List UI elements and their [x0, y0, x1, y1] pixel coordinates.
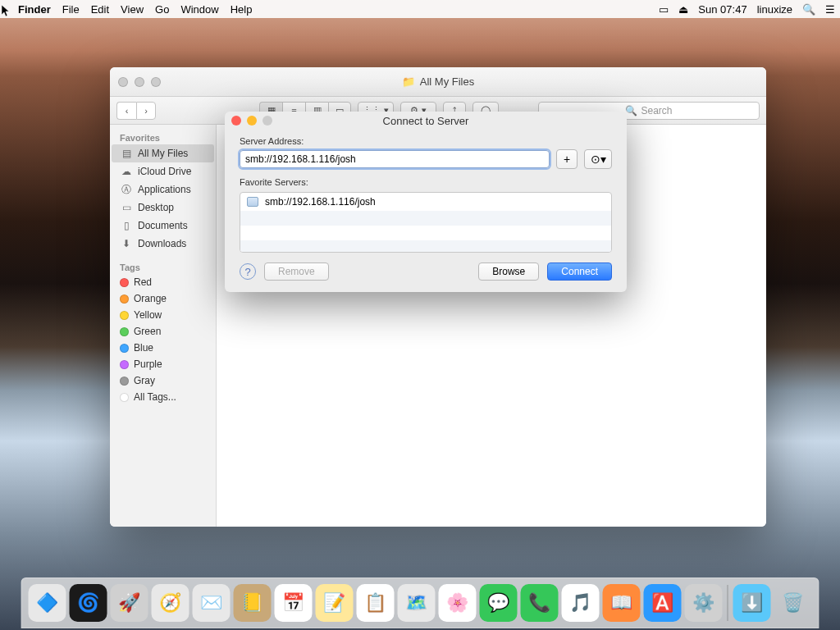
dock-facetime[interactable]: 📞: [521, 584, 559, 622]
sidebar-item-allmyfiles[interactable]: ▤All My Files: [112, 144, 214, 162]
sidebar: Favorites ▤All My Files ☁iCloud Drive ⒶA…: [110, 125, 217, 527]
menu-file[interactable]: File: [62, 3, 80, 16]
window-title: All My Files: [420, 75, 474, 88]
favorites-heading: Favorites: [110, 130, 216, 144]
dock-contacts[interactable]: 📒: [234, 584, 272, 622]
downloads-icon: ⬇: [120, 237, 133, 250]
favorite-servers-label: Favorite Servers:: [240, 177, 612, 187]
server-address-label: Server Address:: [240, 136, 612, 146]
cursor-icon: [2, 5, 11, 18]
menu-window[interactable]: Window: [180, 3, 218, 16]
dock-siri[interactable]: 🌀: [70, 584, 107, 622]
dock-notes[interactable]: 📝: [316, 584, 354, 622]
clock[interactable]: Sun 07:47: [698, 3, 746, 16]
favorite-servers-list[interactable]: smb://192.168.1.116/josh: [240, 192, 612, 253]
sidebar-tag-green[interactable]: Green: [112, 323, 214, 340]
list-row: [240, 211, 611, 226]
dock-downloads[interactable]: ⬇️: [733, 584, 771, 622]
sidebar-item-documents[interactable]: ▯Documents: [112, 217, 214, 235]
allmyfiles-icon: ▤: [120, 147, 133, 160]
list-row: [240, 240, 611, 253]
close-icon[interactable]: [118, 77, 128, 87]
menu-help[interactable]: Help: [231, 3, 253, 16]
dock-maps[interactable]: 🗺️: [398, 584, 436, 622]
tag-dot-icon: [120, 360, 129, 369]
server-address-input[interactable]: [240, 150, 550, 168]
dock-launchpad[interactable]: 🚀: [111, 584, 148, 622]
sidebar-item-downloads[interactable]: ⬇Downloads: [112, 235, 214, 253]
documents-icon: ▯: [120, 219, 133, 232]
dock-appstore[interactable]: 🅰️: [644, 584, 682, 622]
dock-reminders[interactable]: 📋: [357, 584, 395, 622]
menu-go[interactable]: Go: [155, 3, 169, 16]
user-menu[interactable]: linuxize: [757, 3, 792, 16]
dock-trash[interactable]: 🗑️: [774, 584, 812, 622]
minimize-icon[interactable]: [135, 77, 144, 87]
menu-view[interactable]: View: [121, 3, 144, 16]
desktop-icon: ▭: [120, 201, 133, 214]
zoom-icon[interactable]: [151, 77, 161, 87]
menu-edit[interactable]: Edit: [91, 3, 109, 16]
search-icon: 🔍: [625, 105, 637, 116]
tag-dot-icon: [120, 278, 129, 287]
sidebar-tag-gray[interactable]: Gray: [112, 372, 214, 389]
tag-dot-icon: [120, 327, 129, 336]
sidebar-tag-red[interactable]: Red: [112, 274, 214, 290]
help-button[interactable]: ?: [240, 263, 256, 280]
spotlight-icon[interactable]: 🔍: [802, 3, 815, 16]
browse-button[interactable]: Browse: [478, 262, 539, 281]
connect-button[interactable]: Connect: [547, 262, 612, 281]
tag-dot-icon: [120, 344, 129, 353]
tag-dot-icon: [120, 311, 129, 320]
allmyfiles-icon: 📁: [402, 75, 415, 88]
dock-messages[interactable]: 💬: [480, 584, 518, 622]
sidebar-item-desktop[interactable]: ▭Desktop: [112, 199, 214, 217]
apps-icon: Ⓐ: [120, 183, 133, 196]
sidebar-item-icloud[interactable]: ☁iCloud Drive: [112, 162, 214, 180]
sidebar-tag-yellow[interactable]: Yellow: [112, 307, 214, 323]
add-favorite-button[interactable]: +: [556, 149, 578, 169]
history-button[interactable]: ⊙▾: [584, 149, 612, 169]
app-name[interactable]: Finder: [18, 3, 51, 16]
dialog-title: Connect to Server: [225, 112, 627, 130]
dock-mail[interactable]: ✉️: [193, 584, 231, 622]
dock-photos[interactable]: 🌸: [439, 584, 477, 622]
forward-button[interactable]: ›: [136, 102, 156, 120]
cloud-icon: ☁: [120, 165, 133, 178]
favorite-server-item[interactable]: smb://192.168.1.116/josh: [240, 193, 611, 211]
sidebar-item-applications[interactable]: ⒶApplications: [112, 180, 214, 199]
titlebar[interactable]: 📁All My Files: [110, 67, 766, 97]
dock-itunes[interactable]: 🎵: [562, 584, 600, 622]
server-icon: [247, 197, 258, 207]
sidebar-tag-purple[interactable]: Purple: [112, 356, 214, 372]
dock-safari[interactable]: 🧭: [152, 584, 189, 622]
dock-calendar[interactable]: 📅: [275, 584, 313, 622]
dock-separator: [728, 585, 728, 621]
dock-finder[interactable]: 🔷: [29, 584, 66, 622]
airplay-icon[interactable]: ▭: [659, 3, 669, 16]
dock: 🔷🌀🚀🧭✉️📒📅📝📋🗺️🌸💬📞🎵📖🅰️⚙️ ⬇️🗑️: [21, 578, 819, 628]
sidebar-item-alltags[interactable]: All Tags...: [112, 389, 214, 405]
sidebar-tag-orange[interactable]: Orange: [112, 290, 214, 307]
back-button[interactable]: ‹: [116, 102, 136, 120]
remove-button: Remove: [264, 262, 329, 281]
notification-center-icon[interactable]: ☰: [825, 3, 835, 16]
tag-dot-icon: [120, 294, 129, 304]
menubar: Finder File Edit View Go Window Help ▭ ⏏…: [0, 0, 840, 18]
tag-dot-icon: [120, 377, 129, 386]
eject-icon[interactable]: ⏏: [678, 3, 688, 16]
dock-ibooks[interactable]: 📖: [603, 584, 641, 622]
list-row: [240, 226, 611, 240]
tags-heading: Tags: [110, 259, 216, 274]
alltags-icon: [120, 393, 129, 402]
sidebar-tag-blue[interactable]: Blue: [112, 340, 214, 356]
dock-settings[interactable]: ⚙️: [685, 584, 723, 622]
connect-to-server-dialog: Connect to Server Server Address: + ⊙▾ F…: [225, 112, 627, 292]
